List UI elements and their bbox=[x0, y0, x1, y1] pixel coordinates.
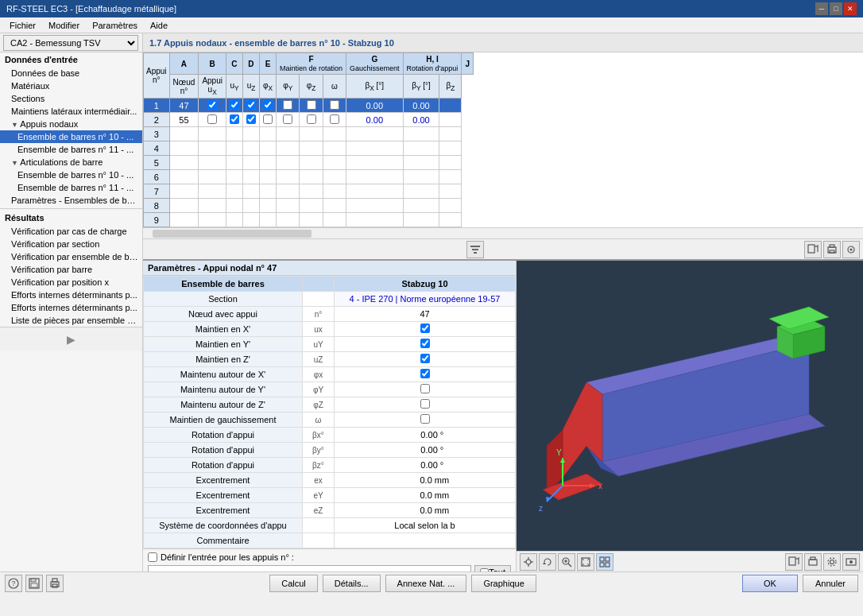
sidebar-item-efforts-2[interactable]: Efforts internes déterminants p... bbox=[0, 301, 142, 314]
ok-button[interactable]: OK bbox=[742, 575, 798, 592]
bottom-center-btns: Calcul Détails... Annexe Nat. ... Graphi… bbox=[269, 575, 536, 592]
print-btn[interactable] bbox=[823, 241, 841, 258]
sidebar-item-articulations[interactable]: ▼ Articulations de barre bbox=[0, 156, 142, 169]
col-header-A: A bbox=[169, 53, 199, 75]
view3d-grid-btn[interactable] bbox=[596, 553, 613, 571]
sidebar-item-barres-10[interactable]: Ensemble de barres n° 10 - ... bbox=[0, 130, 142, 143]
props-value[interactable] bbox=[335, 413, 516, 428]
props-value[interactable] bbox=[335, 382, 516, 397]
props-value: 4 - IPE 270 | Norme européenne 19-57 bbox=[335, 292, 516, 307]
menu-bar: Fichier Modifier Paramètres Aide bbox=[0, 17, 863, 33]
footer-tout-btn[interactable]: Tout bbox=[474, 565, 511, 571]
props-label: Rotation d'appui bbox=[144, 428, 303, 443]
sidebar-item-materiaux[interactable]: Matériaux bbox=[0, 79, 142, 92]
close-button[interactable]: ✕ bbox=[844, 2, 857, 15]
sidebar-item-appuis-nodaux[interactable]: ▼ Appuis nodaux bbox=[0, 118, 142, 130]
view3d-rotate-btn[interactable] bbox=[539, 553, 556, 571]
export-btn[interactable] bbox=[804, 241, 822, 258]
help-icon-btn[interactable]: ? bbox=[5, 575, 22, 592]
view3d-fit-btn[interactable] bbox=[577, 553, 594, 571]
view-btn[interactable] bbox=[842, 241, 860, 258]
props-value[interactable] bbox=[335, 352, 516, 367]
tout-checkbox[interactable] bbox=[480, 568, 489, 572]
props-symbol: ω bbox=[303, 413, 335, 428]
props-value[interactable]: ° bbox=[335, 458, 516, 473]
sidebar-item-verif-section[interactable]: Vérification par section bbox=[0, 238, 142, 250]
horizontal-scrollbar[interactable] bbox=[143, 227, 863, 238]
table-row[interactable]: 2550.000.00 bbox=[144, 113, 474, 127]
view3d-print-btn[interactable] bbox=[804, 553, 822, 571]
sidebar-item-maintiens[interactable]: Maintiens latéraux intermédiair... bbox=[0, 105, 142, 118]
sidebar-item-verif-position[interactable]: Vérification par position x bbox=[0, 276, 142, 289]
props-value[interactable]: mm bbox=[335, 503, 516, 518]
props-value[interactable]: ° bbox=[335, 443, 516, 458]
table-row[interactable]: 7 bbox=[144, 184, 474, 199]
footer-text-input[interactable] bbox=[148, 565, 471, 571]
table-row[interactable]: 8 bbox=[144, 199, 474, 213]
svg-rect-57 bbox=[811, 557, 815, 560]
table-row[interactable]: 3 bbox=[144, 127, 474, 141]
sidebar-item-efforts-1[interactable]: Efforts internes déterminants p... bbox=[0, 289, 142, 301]
props-value[interactable] bbox=[335, 337, 516, 352]
section-resultats[interactable]: Résultats bbox=[0, 211, 142, 225]
table-row[interactable]: 1470.000.00 bbox=[144, 99, 474, 113]
props-panel: Paramètres - Appui nodal n° 47 Ensemble … bbox=[143, 261, 517, 571]
props-label: Nœud avec appui bbox=[144, 307, 303, 322]
define-input-checkbox[interactable] bbox=[148, 552, 157, 562]
menu-aide[interactable]: Aide bbox=[144, 19, 174, 32]
props-value[interactable] bbox=[335, 397, 516, 413]
annuler-button[interactable]: Annuler bbox=[803, 575, 858, 592]
props-label: Section bbox=[144, 292, 303, 307]
view3d-zoom-btn[interactable] bbox=[558, 553, 575, 571]
section-donnees[interactable]: Données d'entrée bbox=[0, 52, 142, 67]
sidebar-item-verif-barre[interactable]: Vérification par barre bbox=[0, 263, 142, 276]
props-value[interactable]: mm bbox=[335, 488, 516, 503]
view3d-settings-btn[interactable] bbox=[823, 553, 841, 571]
sidebar-item-art-barres-10[interactable]: Ensemble de barres n° 10 - ... bbox=[0, 169, 142, 181]
calcul-button[interactable]: Calcul bbox=[269, 575, 318, 592]
view3d-move-btn[interactable] bbox=[520, 553, 537, 571]
sidebar-item-verif-cas[interactable]: Vérification par cas de charge bbox=[0, 225, 142, 238]
details-button[interactable]: Détails... bbox=[323, 575, 381, 592]
props-value[interactable] bbox=[335, 322, 516, 337]
print-icon-btn[interactable] bbox=[46, 575, 64, 592]
table-container[interactable]: Appuin° A B C D E FMaintien de rotation … bbox=[143, 52, 863, 227]
table-row[interactable]: 4 bbox=[144, 141, 474, 156]
sub-col-noeud: Nœudn° bbox=[169, 75, 199, 99]
props-row: Section4 - IPE 270 | Norme européenne 19… bbox=[144, 292, 516, 307]
graphique-button[interactable]: Graphique bbox=[471, 575, 536, 592]
save-icon-btn[interactable] bbox=[25, 575, 43, 592]
annexe-button[interactable]: Annexe Nat. ... bbox=[385, 575, 467, 592]
props-symbol: uZ bbox=[303, 352, 335, 367]
minimize-button[interactable]: ─ bbox=[815, 2, 828, 15]
sidebar-item-sections[interactable]: Sections bbox=[0, 92, 142, 105]
menu-parametres[interactable]: Paramètres bbox=[86, 19, 144, 32]
sub-col-phiz: φZ bbox=[300, 75, 323, 99]
props-label: Excentrement bbox=[144, 473, 303, 488]
maximize-button[interactable]: □ bbox=[830, 2, 842, 15]
sidebar-item-verif-ensemble[interactable]: Vérification par ensemble de ba... bbox=[0, 250, 142, 263]
sidebar-item-art-barres-11[interactable]: Ensemble de barres n° 11 - ... bbox=[0, 181, 142, 194]
view3d-svg: x Y z bbox=[539, 287, 841, 525]
view3d-render-btn[interactable] bbox=[842, 553, 860, 571]
content-header: 1.7 Appuis nodaux - ensemble de barres n… bbox=[143, 33, 863, 52]
view3d-export-btn[interactable] bbox=[785, 553, 803, 571]
props-label: Maintien en X' bbox=[144, 322, 303, 337]
sidebar-item-liste[interactable]: Liste de pièces par ensemble d... bbox=[0, 314, 142, 327]
menu-fichier[interactable]: Fichier bbox=[3, 19, 42, 32]
table-row[interactable]: 6 bbox=[144, 170, 474, 184]
props-value[interactable]: ° bbox=[335, 428, 516, 443]
props-value[interactable] bbox=[335, 367, 516, 382]
svg-rect-68 bbox=[52, 579, 57, 582]
menu-modifier[interactable]: Modifier bbox=[42, 19, 86, 32]
sidebar-item-donnees-base[interactable]: Données de base bbox=[0, 67, 142, 79]
table-row[interactable]: 9 bbox=[144, 213, 474, 227]
col-header-G: GGauchissement bbox=[346, 53, 404, 75]
model-dropdown[interactable]: CA2 - Bemessung TSV bbox=[3, 35, 138, 51]
sidebar-item-parametres[interactable]: Paramètres - Ensembles de bar... bbox=[0, 194, 142, 207]
table-filter-btn[interactable] bbox=[466, 241, 484, 258]
table-row[interactable]: 5 bbox=[144, 156, 474, 170]
sidebar-item-barres-11[interactable]: Ensemble de barres n° 11 - ... bbox=[0, 143, 142, 156]
props-row: ExcentrementeY mm bbox=[144, 488, 516, 503]
props-value[interactable]: mm bbox=[335, 473, 516, 488]
